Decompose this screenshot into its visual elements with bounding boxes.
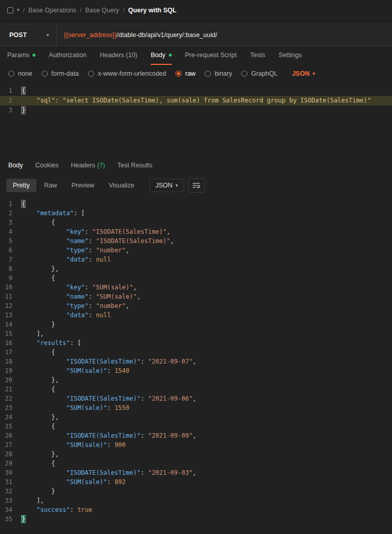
request-body-editor[interactable]: 1{2 "sql": "select ISODate(SalesTime), s…: [0, 82, 392, 156]
code-token: "2021-09-03": [148, 469, 193, 476]
tab-headers-10-[interactable]: Headers (10): [100, 46, 137, 65]
tab-label: Body: [151, 51, 166, 59]
method-select[interactable]: POST ▾: [0, 24, 57, 46]
tab-label: Headers (10): [100, 51, 137, 59]
radio-icon: [42, 71, 48, 77]
code-token: "ISODATE(SalesTime)": [66, 432, 141, 439]
code-token: [22, 367, 66, 374]
breadcrumb-item[interactable]: Base Query: [85, 7, 119, 14]
code-content: "SUM(sale)": 900: [22, 440, 392, 450]
line-number: 5: [0, 236, 22, 246]
body-mode-none[interactable]: none: [8, 70, 32, 77]
code-token: [22, 237, 66, 245]
code-token: :: [88, 256, 96, 263]
code-token: 900: [115, 441, 126, 449]
code-token: "type": [66, 247, 88, 254]
code-token: }: [22, 488, 55, 495]
code-token: [22, 404, 66, 411]
chevron-down-icon[interactable]: ▾: [17, 8, 20, 12]
view-mode-pretty[interactable]: Pretty: [6, 179, 37, 192]
code-token: [22, 256, 66, 263]
code-token: "ISODATE(SalesTime)": [96, 237, 171, 245]
line-number: 21: [0, 385, 22, 394]
tab-authorization[interactable]: Authorization: [49, 46, 86, 65]
code-content: "data": null: [22, 255, 392, 264]
tab-pre-request-script[interactable]: Pre-request Script: [185, 46, 237, 65]
line-number: 11: [0, 292, 22, 301]
line-number: 10: [0, 283, 22, 292]
response-tab-test-results[interactable]: Test Results: [117, 162, 152, 169]
line-number: 34: [0, 505, 22, 514]
code-content: "ISODATE(SalesTime)": "2021-09-07",: [22, 357, 392, 366]
response-tab-label: Cookies: [35, 162, 59, 169]
tab-body[interactable]: Body: [151, 46, 172, 65]
chevron-down-icon: ▾: [313, 72, 315, 76]
raw-language-label: JSON: [292, 70, 310, 77]
code-content: "data": null: [22, 311, 392, 320]
code-line: 10 "key": "SUM(sale)",: [0, 283, 392, 292]
tab-label: Settings: [278, 51, 301, 59]
code-token: {: [22, 386, 55, 393]
breadcrumb-item[interactable]: Base Operations: [28, 7, 76, 14]
view-mode-raw[interactable]: Raw: [38, 179, 64, 192]
code-token: :: [107, 441, 114, 449]
body-mode-label: x-www-form-urlencoded: [98, 70, 166, 77]
line-number: 14: [0, 320, 22, 329]
code-token: :: [140, 358, 148, 365]
line-number: 25: [0, 422, 22, 431]
code-token: "ISODATE(SalesTime)": [66, 469, 141, 476]
breadcrumb-separator: /: [23, 7, 25, 14]
code-content: }: [22, 487, 392, 496]
code-token: "select ISODate(SalesTime), sum(sale) fr…: [62, 97, 371, 104]
code-token: "SUM(sale)": [66, 367, 107, 374]
code-token: ,: [192, 432, 196, 439]
method-label: POST: [9, 31, 27, 39]
response-tab-cookies[interactable]: Cookies: [35, 162, 59, 169]
tab-label: Authorization: [49, 51, 86, 59]
code-token: :: [88, 302, 96, 309]
code-token: true: [77, 506, 92, 513]
tab-params[interactable]: Params: [7, 46, 35, 65]
code-token: "key": [66, 284, 85, 291]
line-number: 7: [0, 255, 22, 264]
code-token: 892: [115, 478, 126, 486]
body-mode-binary[interactable]: binary: [205, 70, 232, 77]
tab-settings[interactable]: Settings: [278, 46, 301, 65]
code-content: "ISODATE(SalesTime)": "2021-09-03",: [22, 468, 392, 477]
radio-icon: [88, 71, 94, 77]
wrap-text-button[interactable]: [188, 178, 205, 193]
body-mode-graphql[interactable]: GraphQL: [241, 70, 277, 77]
response-body-editor[interactable]: 1{2 "metadata": [3 {4 "key": "ISODATE(Sa…: [0, 196, 392, 524]
code-token: "results": [37, 339, 70, 347]
line-number: 15: [0, 329, 22, 338]
line-number: 8: [0, 264, 22, 273]
code-token: "ISODATE(SalesTime)": [66, 395, 141, 402]
response-language-select[interactable]: JSON ▾: [149, 179, 184, 192]
code-token: [22, 293, 66, 300]
response-tab-body[interactable]: Body: [8, 162, 23, 169]
body-mode-raw[interactable]: raw: [175, 70, 195, 77]
collection-icon[interactable]: [7, 7, 13, 13]
code-token: {: [22, 274, 55, 282]
code-token: :: [140, 395, 148, 402]
code-token: [22, 478, 66, 486]
code-line: 19 "SUM(sale)": 1540: [0, 366, 392, 375]
code-token: :: [70, 506, 77, 513]
response-tab-headers[interactable]: Headers(7): [71, 162, 105, 169]
code-token: ],: [22, 497, 44, 504]
code-token: ,: [133, 284, 137, 291]
code-token: :: [88, 312, 96, 319]
code-token: ,: [192, 395, 196, 402]
view-mode-visualize[interactable]: Visualize: [102, 179, 141, 192]
view-mode-preview[interactable]: Preview: [65, 179, 101, 192]
code-line: 16 "results": [: [0, 338, 392, 348]
code-line: 12 "type": "number",: [0, 301, 392, 311]
tab-tests[interactable]: Tests: [250, 46, 265, 65]
body-mode-form-data[interactable]: form-data: [42, 70, 79, 77]
breadcrumb-item[interactable]: Query with SQL: [128, 7, 176, 14]
line-number: 28: [0, 450, 22, 459]
body-mode-x-www-form-urlencoded[interactable]: x-www-form-urlencoded: [88, 70, 166, 77]
url-input[interactable]: {{server_address}}/dtable-db/api/v1/quer…: [57, 24, 392, 46]
raw-language-select[interactable]: JSON▾: [292, 70, 315, 77]
code-token: :: [55, 97, 62, 104]
